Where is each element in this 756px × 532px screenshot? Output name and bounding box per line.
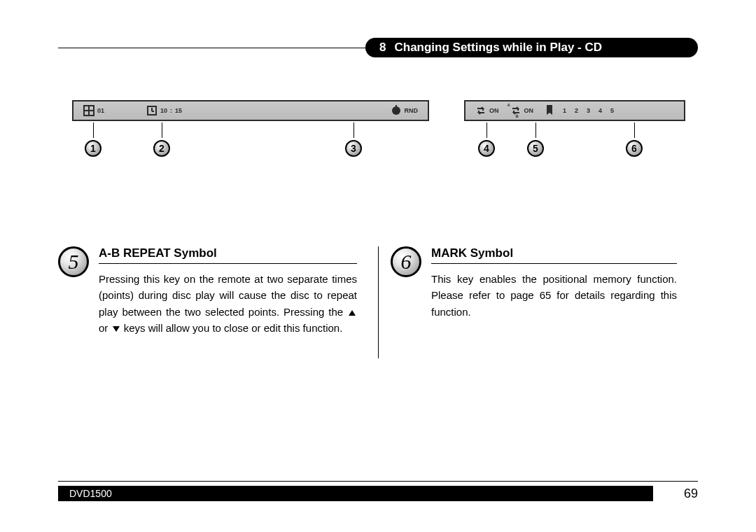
callout-tick-1 xyxy=(93,122,94,138)
osd-mark-5: 5 xyxy=(610,107,614,114)
osd-mark-2: 2 xyxy=(575,107,578,114)
callout-badge-4: 4 xyxy=(478,140,495,157)
osd-time-sep: : xyxy=(170,107,172,114)
section-5-title: A-B REPEAT Symbol xyxy=(99,246,357,264)
osd-panel-left: 01 10 : 15 RND xyxy=(72,100,429,121)
callout-tick-2 xyxy=(162,122,162,138)
footer-model: DVD1500 xyxy=(69,488,112,499)
osd-time-min: 10 xyxy=(160,107,167,114)
bookmark-icon xyxy=(545,105,554,116)
section-6-text: This key enables the positional memory f… xyxy=(431,271,677,320)
osd-repeat-label: ON xyxy=(489,107,499,114)
section-number-6: 6 xyxy=(391,246,421,277)
osd-track: 01 xyxy=(97,107,104,114)
callout-tick-6 xyxy=(634,122,635,138)
grid-icon xyxy=(83,105,94,116)
osd-panel-right: ON A B ON 1 2 3 4 5 xyxy=(464,100,685,121)
osd-ab-b: B xyxy=(516,114,519,118)
callout-badge-6: 6 xyxy=(626,140,643,157)
osd-ab-label: ON xyxy=(524,107,534,114)
callout-badge-1: 1 xyxy=(85,140,102,157)
callout-badge-2: 2 xyxy=(153,140,170,157)
callout-badge-5: 5 xyxy=(527,140,544,157)
section-6-title: MARK Symbol xyxy=(431,246,677,264)
osd-mark-4: 4 xyxy=(598,107,602,114)
chapter-title: Changing Settings while in Play - CD xyxy=(394,41,602,55)
footer-bar: DVD1500 xyxy=(58,486,653,501)
down-key-icon xyxy=(113,326,120,332)
callout-tick-5 xyxy=(536,122,536,138)
osd-mark-1: 1 xyxy=(563,107,566,114)
osd-mode: RND xyxy=(405,107,419,114)
chapter-number: 8 xyxy=(379,41,386,55)
page-number: 69 xyxy=(684,486,698,501)
osd-ab-a: A xyxy=(507,103,510,107)
footer-rule xyxy=(58,481,698,482)
clock-icon xyxy=(146,105,158,116)
section-number-5: 5 xyxy=(58,246,89,277)
osd-mark-3: 3 xyxy=(587,107,590,114)
section-5: 5 A-B REPEAT Symbol Pressing this key on… xyxy=(58,246,378,336)
repeat-icon xyxy=(475,105,486,116)
section-6: 6 MARK Symbol This key enables the posit… xyxy=(378,246,698,336)
callout-badge-3: 3 xyxy=(345,140,362,157)
chapter-header: 8 Changing Settings while in Play - CD xyxy=(365,38,698,57)
up-key-icon xyxy=(349,310,356,316)
svg-rect-7 xyxy=(396,105,397,108)
osd-time-sec: 15 xyxy=(175,107,182,114)
column-separator xyxy=(378,246,379,358)
mode-icon xyxy=(391,105,402,116)
callout-tick-3 xyxy=(354,122,354,138)
section-5-text: Pressing this key on the remote at two s… xyxy=(99,271,357,336)
callout-tick-4 xyxy=(486,122,487,138)
